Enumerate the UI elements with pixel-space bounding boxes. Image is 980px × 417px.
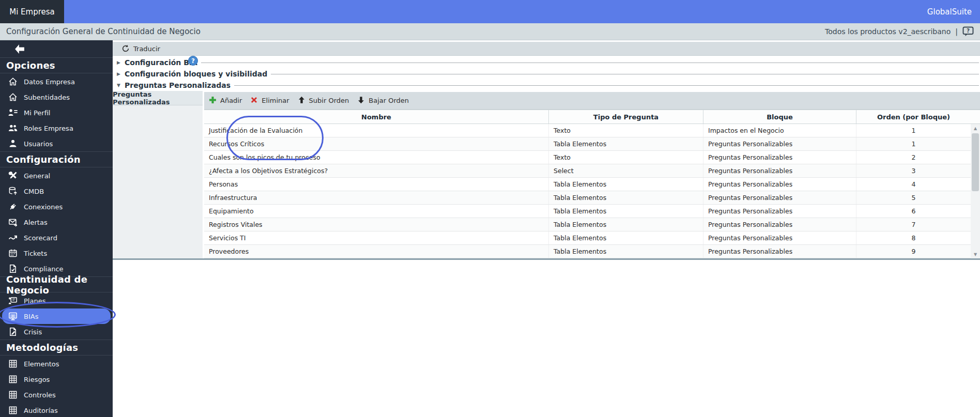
cell-nombre: ¿Afecta a los Objetivos Estratégicos? xyxy=(204,164,549,177)
database-icon xyxy=(8,186,18,196)
column-header-tipo-de-pregunta[interactable]: Tipo de Pregunta xyxy=(549,110,703,123)
cell-orden-por-bloque: 4 xyxy=(856,178,971,191)
cell-nombre: Servicios TI xyxy=(204,231,549,244)
cell-bloque: Preguntas Personalizables xyxy=(703,191,856,204)
cell-bloque: Preguntas Personalizables xyxy=(703,231,856,244)
grid-icon xyxy=(8,374,18,384)
sidebar-item-label: Subentidades xyxy=(24,94,70,101)
column-header-nombre[interactable]: Nombre xyxy=(204,110,549,123)
sidebar-item-datos-empresa[interactable]: Datos Empresa xyxy=(0,74,113,89)
x-icon xyxy=(250,96,258,106)
table-scrollbar[interactable]: ▲ ▼ xyxy=(971,124,980,258)
sidebar-item-auditorias[interactable]: Auditorías xyxy=(0,403,113,417)
column-header-orden-por-bloque[interactable]: Orden (por Bloque) xyxy=(856,110,971,123)
cell-bloque: Preguntas Personalizables xyxy=(703,178,856,191)
sidebar-item-bias[interactable]: BIAs xyxy=(2,308,111,324)
cell-bloque: Preguntas Personalizables xyxy=(703,245,856,258)
company-menu[interactable]: Mi Empresa xyxy=(0,0,64,23)
toolbar-button-label: Añadir xyxy=(220,97,242,104)
table-row[interactable]: Cuales son los picos de tu procesoTextoP… xyxy=(204,151,980,164)
sidebar-item-label: Usuarios xyxy=(24,140,53,148)
tabs-panel: Preguntas Personalizadas xyxy=(113,91,203,259)
sidebar-item-label: Crisis xyxy=(24,328,42,336)
sidebar-item-planes[interactable]: Planes xyxy=(0,293,113,308)
sidebar-item-crisis[interactable]: Crisis xyxy=(0,324,113,339)
column-header-bloque[interactable]: Bloque xyxy=(703,110,856,123)
cell-bloque: Preguntas Personalizables xyxy=(703,164,856,177)
translate-button[interactable]: Traducir xyxy=(121,44,160,53)
tab-preguntas-personalizadas[interactable]: Preguntas Personalizadas xyxy=(113,91,203,105)
scroll-up-icon[interactable]: ▲ xyxy=(971,124,980,132)
table-row[interactable]: Recursos CríticosTabla ElementosPregunta… xyxy=(204,137,980,151)
table-row[interactable]: PersonasTabla ElementosPreguntas Persona… xyxy=(204,178,980,191)
top-bar: Mi Empresa GlobalSuite xyxy=(0,0,980,23)
sidebar-item-mi-perfil[interactable]: Mi Perfil xyxy=(0,105,113,120)
table-row[interactable]: EquipamientoTabla ElementosPreguntas Per… xyxy=(204,205,980,218)
sidebar-section-title: Configuración xyxy=(0,152,113,167)
sidebar-section: OpcionesDatos EmpresaSubentidadesMi Perf… xyxy=(0,58,113,151)
cell-bloque: Impactos en el Negocio xyxy=(703,124,856,137)
sidebar-item-label: BIAs xyxy=(24,313,38,320)
bajar-orden-button[interactable]: Bajar Orden xyxy=(357,96,409,106)
sidebar-item-elementos[interactable]: Elementos xyxy=(0,356,113,372)
panel-bottom-border xyxy=(113,258,980,260)
people-icon xyxy=(8,123,18,133)
sidebar-item-label: Auditorías xyxy=(24,407,58,414)
toolbar-button-label: Eliminar xyxy=(262,97,289,104)
section-label: Configuración BIA xyxy=(125,58,197,67)
sidebar-item-alertas[interactable]: Alertas xyxy=(0,214,113,230)
sidebar-item-scorecard[interactable]: Scorecard xyxy=(0,230,113,245)
cell-tipo-de-pregunta: Tabla Elementos xyxy=(549,205,703,218)
toolbar-button-label: Subir Orden xyxy=(309,97,349,104)
sidebar-item-general[interactable]: General xyxy=(0,168,113,183)
calendar-icon xyxy=(8,248,18,258)
section-divider xyxy=(201,63,979,63)
cell-orden-por-bloque: 2 xyxy=(856,151,971,164)
cell-tipo-de-pregunta: Tabla Elementos xyxy=(549,178,703,191)
sidebar-item-conexiones[interactable]: Conexiones xyxy=(0,199,113,214)
app-window: Mi Empresa GlobalSuite Configuración Gen… xyxy=(0,0,980,417)
cell-nombre: Proveedores xyxy=(204,245,549,258)
cell-tipo-de-pregunta: Texto xyxy=(549,151,703,164)
cell-orden-por-bloque: 8 xyxy=(856,231,971,244)
table-row[interactable]: Servicios TITabla ElementosPreguntas Per… xyxy=(204,231,980,245)
section-header-preguntas-personalizadas[interactable]: ▼Preguntas Personalizadas xyxy=(113,80,980,91)
sidebar-item-label: Alertas xyxy=(24,219,48,226)
sidebar-item-usuarios[interactable]: Usuarios xyxy=(0,136,113,151)
section-header-configuracion-bia[interactable]: ▶Configuración BIA xyxy=(113,57,980,68)
home-icon xyxy=(8,92,18,102)
subir-orden-button[interactable]: Subir Orden xyxy=(297,96,349,106)
cell-tipo-de-pregunta: Tabla Elementos xyxy=(549,218,703,231)
chevron-right-icon: ▶ xyxy=(117,71,125,76)
table-row[interactable]: InfraestructuraTabla ElementosPreguntas … xyxy=(204,191,980,205)
cell-tipo-de-pregunta: Tabla Elementos xyxy=(549,245,703,258)
back-button[interactable] xyxy=(0,40,113,58)
sidebar-item-tickets[interactable]: Tickets xyxy=(0,245,113,261)
section-header-configuracion-bloques-y-visibilidad[interactable]: ▶Configuración bloques y visibilidad xyxy=(113,68,980,80)
anadir-button[interactable]: Añadir xyxy=(208,96,242,106)
sidebar-item-subentidades[interactable]: Subentidades xyxy=(0,89,113,105)
chat-question-icon[interactable]: ? xyxy=(962,26,974,37)
eliminar-button[interactable]: Eliminar xyxy=(250,96,289,106)
sidebar-section: MetodologíasElementosRiesgosControlesAud… xyxy=(0,339,113,417)
sidebar-item-controles[interactable]: Controles xyxy=(0,387,113,403)
table-row[interactable]: ¿Afecta a los Objetivos Estratégicos?Sel… xyxy=(204,164,980,178)
section-label: Configuración bloques y visibilidad xyxy=(125,70,267,78)
table-row[interactable]: Registros VitalesTabla ElementosPregunta… xyxy=(204,218,980,231)
sidebar-section-title: Metodologías xyxy=(0,340,113,356)
main-content: Traducir ▶Configuración BIA▶Configuració… xyxy=(113,40,980,417)
table-row[interactable]: ProveedoresTabla ElementosPreguntas Pers… xyxy=(204,245,980,258)
sidebar-item-label: Conexiones xyxy=(24,203,63,211)
table-row[interactable]: Justificación de la EvaluaciónTextoImpac… xyxy=(204,124,980,137)
sidebar-item-roles-empresa[interactable]: Roles Empresa xyxy=(0,120,113,136)
sidebar-item-cmdb[interactable]: CMDB xyxy=(0,183,113,199)
cell-orden-por-bloque: 6 xyxy=(856,205,971,218)
scroll-down-icon[interactable]: ▼ xyxy=(971,250,980,258)
cell-orden-por-bloque: 9 xyxy=(856,245,971,258)
mail-icon xyxy=(8,217,18,227)
cell-bloque: Preguntas Personalizables xyxy=(703,205,856,218)
scroll-thumb[interactable] xyxy=(972,133,979,191)
sidebar-item-label: Roles Empresa xyxy=(24,125,73,132)
help-icon[interactable]: ? xyxy=(188,56,198,66)
sidebar-item-riesgos[interactable]: Riesgos xyxy=(0,372,113,387)
